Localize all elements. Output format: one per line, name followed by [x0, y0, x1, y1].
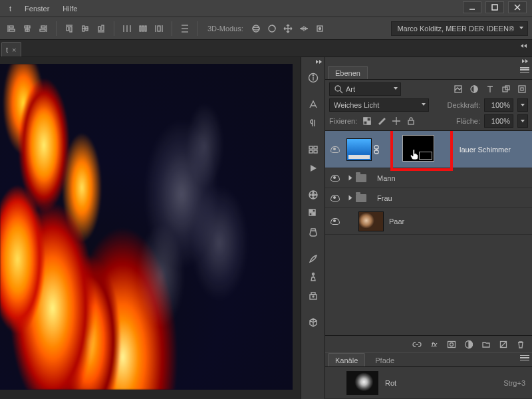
workspace-switcher[interactable]: Marco Kolditz, MEER DER IDEEN® — [391, 21, 528, 36]
align-left-icon[interactable] — [4, 21, 19, 36]
channel-rot[interactable]: Rot Strg+3 — [325, 367, 532, 399]
new-group-icon[interactable] — [480, 338, 492, 350]
color-panel-icon[interactable] — [303, 186, 323, 203]
paragraph-panel-icon[interactable] — [303, 114, 323, 132]
layer-thumb-adjustment[interactable] — [346, 138, 372, 161]
align-center-v-icon[interactable] — [78, 21, 92, 36]
window-maximize-button[interactable] — [485, 1, 504, 13]
slide-3d-icon[interactable] — [297, 21, 311, 36]
info-panel-icon[interactable] — [303, 69, 323, 86]
link-layers-icon[interactable] — [411, 338, 423, 350]
delete-layer-icon[interactable] — [515, 338, 527, 350]
distribute-h2-icon[interactable] — [136, 21, 150, 36]
canvas[interactable] — [0, 57, 301, 399]
add-mask-icon[interactable] — [446, 338, 458, 350]
tab-kanaele[interactable]: Kanäle — [328, 353, 365, 366]
separator — [114, 21, 114, 36]
fill-label: Fläche: — [456, 117, 480, 125]
layers-panel-menu-icon[interactable] — [520, 67, 529, 74]
align-top-icon[interactable] — [62, 21, 76, 36]
svg-rect-44 — [314, 146, 317, 149]
clone-source-panel-icon[interactable] — [303, 287, 323, 305]
channels-panel-tabrow: Kanäle Pfade — [325, 352, 532, 367]
layer-name[interactable]: Frau — [377, 194, 392, 202]
layer-visibility-icon[interactable] — [331, 175, 340, 182]
character-panel-icon[interactable] — [303, 96, 323, 113]
lock-all-icon[interactable] — [405, 115, 417, 127]
filter-pixel-icon[interactable] — [452, 83, 464, 95]
blend-mode-dropdown[interactable]: Weiches Licht — [329, 98, 429, 112]
play-panel-icon[interactable] — [303, 160, 323, 177]
layer-filter-kind-dropdown[interactable]: Art — [329, 82, 401, 96]
lock-transparent-icon[interactable] — [361, 115, 373, 127]
lock-position-icon[interactable] — [390, 115, 402, 127]
styles-panel-icon[interactable] — [303, 223, 323, 241]
mask-link-icon[interactable] — [372, 145, 381, 154]
svg-rect-61 — [311, 293, 315, 295]
layer-paar[interactable]: Paar — [325, 208, 532, 235]
opacity-field[interactable]: 100% — [484, 98, 513, 112]
align-center-h-icon[interactable] — [20, 21, 35, 36]
opacity-stepper[interactable] — [517, 98, 528, 112]
menu-item-fenster[interactable]: Fenster — [18, 2, 56, 15]
svg-rect-26 — [142, 26, 144, 31]
swatches-panel-icon[interactable] — [303, 205, 323, 222]
brush-presets-panel-icon[interactable] — [303, 269, 323, 286]
fill-field[interactable]: 100% — [484, 114, 513, 128]
layer-group-frau[interactable]: Frau — [325, 188, 532, 208]
filter-shape-icon[interactable] — [500, 83, 512, 95]
new-layer-icon[interactable] — [497, 338, 509, 350]
layer-name[interactable]: lauer Schimmer — [460, 146, 511, 154]
roll-3d-icon[interactable] — [265, 21, 279, 36]
tutorial-highlight — [390, 131, 453, 171]
glyphs-panel-icon[interactable] — [303, 141, 323, 158]
layer-name[interactable]: Paar — [389, 217, 404, 225]
filter-smart-icon[interactable] — [516, 83, 528, 95]
group-disclosure-icon[interactable] — [349, 196, 352, 201]
align-bottom-icon[interactable] — [94, 21, 108, 36]
channel-thumb[interactable] — [346, 371, 378, 395]
filter-type-icon[interactable] — [484, 83, 496, 95]
window-close-button[interactable] — [508, 1, 527, 13]
fill-stepper[interactable] — [517, 114, 528, 128]
rpanel-collapse[interactable] — [325, 57, 532, 65]
menu-item-hilfe[interactable]: Hilfe — [56, 2, 84, 15]
filter-adjust-icon[interactable] — [468, 83, 480, 95]
distribute-h-icon[interactable] — [120, 21, 134, 36]
tab-ebenen[interactable]: Ebenen — [328, 66, 368, 79]
layer-thumb-paar[interactable] — [358, 211, 384, 231]
document-tab[interactable]: t × — [1, 42, 21, 57]
distribute-v-icon[interactable] — [178, 21, 192, 36]
group-disclosure-icon[interactable] — [349, 176, 352, 181]
channels-panel-menu-icon[interactable] — [520, 355, 529, 362]
align-right-icon[interactable] — [36, 21, 51, 36]
separator — [198, 21, 198, 36]
layer-group-mann[interactable]: Mann — [325, 168, 532, 188]
scale-3d-icon[interactable] — [313, 21, 327, 36]
collapse-doc-arrow-icon[interactable] — [521, 44, 527, 48]
3d-panel-icon[interactable] — [303, 314, 323, 331]
right-panel-stack: Ebenen Art — [325, 57, 532, 399]
distribute-h3-icon[interactable] — [152, 21, 166, 36]
svg-rect-6 — [9, 29, 15, 31]
window-minimize-button[interactable] — [463, 1, 481, 13]
channel-name: Rot — [385, 379, 503, 387]
menu-item-t[interactable]: t — [3, 2, 18, 15]
layer-blauer-schimmer[interactable]: lauer Schimmer — [325, 131, 532, 168]
layer-visibility-icon[interactable] — [331, 218, 340, 225]
blend-mode-value: Weiches Licht — [334, 101, 379, 109]
brush-panel-icon[interactable] — [303, 250, 323, 267]
dock-collapse-icon[interactable] — [301, 60, 325, 68]
pan-3d-icon[interactable] — [281, 21, 295, 36]
close-tab-icon[interactable]: × — [12, 46, 16, 54]
svg-rect-57 — [313, 213, 315, 215]
layer-fx-icon[interactable]: fx — [428, 338, 440, 350]
tab-pfade[interactable]: Pfade — [368, 353, 402, 366]
layer-visibility-icon[interactable] — [331, 146, 340, 153]
lock-pixels-icon[interactable] — [376, 115, 388, 127]
layer-mask-thumbnail[interactable] — [402, 135, 434, 162]
new-adjustment-icon[interactable] — [463, 338, 475, 350]
layer-name[interactable]: Mann — [377, 174, 396, 182]
orbit-3d-icon[interactable] — [249, 21, 263, 36]
layer-visibility-icon[interactable] — [331, 195, 340, 201]
